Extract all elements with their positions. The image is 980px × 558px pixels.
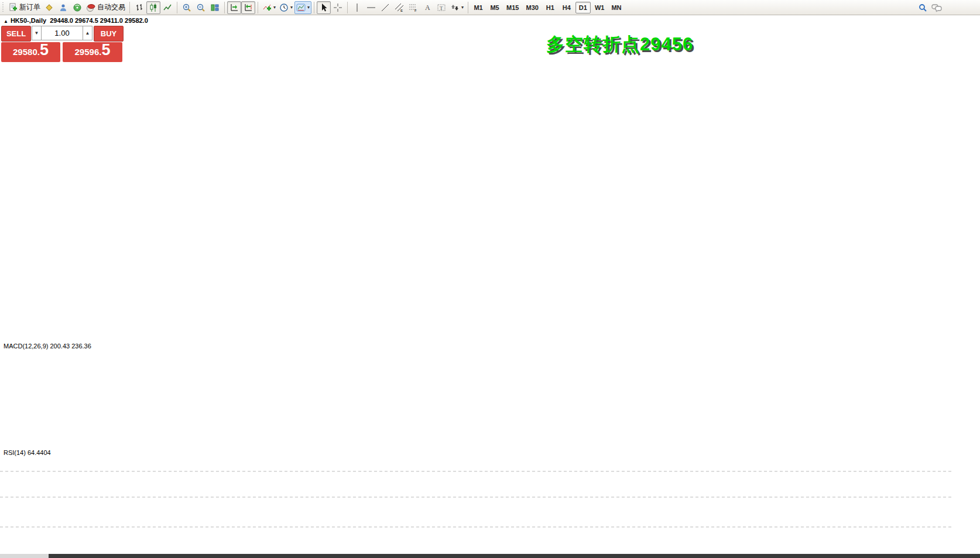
fibonacci-icon: F: [409, 3, 418, 12]
timeframe-button-M30[interactable]: M30: [523, 2, 541, 13]
window-bottom-edge: [0, 554, 980, 558]
zoom-in-button[interactable]: [180, 1, 194, 14]
chevron-down-icon: ▾: [273, 5, 276, 10]
ohlc-values: 29448.0 29674.5 29411.0 29582.0: [50, 17, 148, 24]
chevron-down-icon: ▾: [290, 5, 293, 10]
chevron-down-icon: ▾: [461, 5, 464, 10]
timeframe-button-MN[interactable]: MN: [608, 2, 624, 13]
rsi-panel: [0, 471, 953, 527]
bar-chart-mode-button[interactable]: [132, 1, 146, 14]
auto-trading-icon: [86, 3, 95, 12]
toolbar-separator: [177, 2, 177, 13]
sell-price-big-digit: 5: [40, 42, 49, 58]
channel-tool-button[interactable]: E: [392, 1, 406, 14]
svg-text:E: E: [400, 9, 403, 12]
toolbar: 新订单 自动交易: [0, 0, 980, 15]
volume-input[interactable]: 1.00: [41, 26, 83, 40]
one-click-trading-panel: SELL ▼ 1.00 ▲ BUY 29580.5 29596.5: [1, 26, 122, 62]
text-tool-button[interactable]: A: [420, 1, 434, 14]
sell-price-tile[interactable]: 29580.5: [1, 42, 60, 62]
svg-text:T: T: [440, 5, 443, 11]
ohlc-bars-icon: [135, 3, 144, 12]
text-label-icon: T: [437, 3, 446, 12]
crosshair-icon: [333, 3, 342, 12]
timeframe-button-M1[interactable]: M1: [471, 2, 486, 13]
line-chart-mode-button[interactable]: [160, 1, 174, 14]
trendline-tool-button[interactable]: [378, 1, 392, 14]
chevron-down-icon: ▾: [307, 5, 310, 10]
horizontal-line-tool-button[interactable]: [364, 1, 378, 14]
caret-up-icon: ▲: [85, 31, 90, 36]
collapse-panel-icon[interactable]: ▲: [4, 19, 8, 24]
arrows-tool-button[interactable]: ▾: [448, 1, 465, 14]
vertical-line-icon: [352, 3, 362, 12]
horizontal-line-icon: [366, 3, 376, 12]
tile-windows-icon: [210, 3, 220, 12]
new-order-button[interactable]: 新订单: [6, 1, 42, 14]
chart-template-icon: [296, 3, 306, 12]
signal-icon: [73, 3, 82, 12]
window-bottom-edge-light: [0, 554, 49, 558]
label-tool-button[interactable]: T: [434, 1, 448, 14]
toolbar-grip[interactable]: [2, 2, 5, 13]
chat-bubbles-icon: [931, 3, 942, 12]
chart-canvas: [0, 0, 980, 558]
periods-button[interactable]: ▾: [277, 1, 294, 14]
equidistant-channel-icon: E: [395, 3, 404, 12]
cursor-tool-button[interactable]: [317, 1, 331, 14]
toolbar-separator: [258, 2, 258, 13]
toolbar-separator: [129, 2, 130, 13]
zoom-out-icon: [196, 3, 205, 12]
buy-price-tile[interactable]: 29596.5: [63, 42, 122, 62]
cursor-arrow-icon: [319, 3, 328, 12]
trendline-icon: [381, 3, 390, 12]
chart-shift-button[interactable]: [241, 1, 255, 14]
svg-text:F: F: [414, 9, 417, 12]
candlestick-icon: [149, 3, 158, 12]
volume-decrease-button[interactable]: ▼: [32, 26, 42, 40]
signals-button[interactable]: [70, 1, 84, 14]
buy-price-big-digit: 5: [101, 42, 110, 58]
auto-trading-button[interactable]: 自动交易: [84, 1, 127, 14]
search-button[interactable]: [916, 1, 930, 14]
timeframe-button-D1[interactable]: D1: [575, 2, 591, 13]
fibonacci-tool-button[interactable]: F: [406, 1, 420, 14]
timeframe-button-H4[interactable]: H4: [559, 2, 574, 13]
zoom-in-icon: [182, 3, 191, 12]
symbol-period-label: HK50-,Daily: [11, 17, 46, 24]
community-chat-button[interactable]: [930, 1, 944, 14]
trading-terminal-window: ▲HK50-,Daily 29448.0 29674.5 29411.0 295…: [0, 0, 980, 558]
timeframe-group: M1M5M15M30H1H4D1W1MN: [471, 2, 624, 13]
timeframe-button-W1[interactable]: W1: [592, 2, 608, 13]
toolbar-separator: [347, 2, 348, 13]
sell-price: 29580.: [13, 47, 40, 57]
auto-scroll-button[interactable]: [227, 1, 241, 14]
clock-icon: [279, 3, 289, 12]
quotes-diamond-icon: [44, 3, 54, 12]
arrows-shapes-icon: [450, 3, 460, 12]
timeframe-button-M15[interactable]: M15: [503, 2, 522, 13]
navigator-button[interactable]: [56, 1, 70, 14]
templates-button[interactable]: ▾: [294, 1, 311, 14]
timeframe-button-M5[interactable]: M5: [487, 2, 502, 13]
tile-windows-button[interactable]: [208, 1, 222, 14]
search-icon: [918, 3, 927, 12]
volume-increase-button[interactable]: ▲: [83, 26, 92, 40]
indicators-button[interactable]: ▾: [261, 1, 277, 14]
zoom-out-button[interactable]: [194, 1, 208, 14]
buy-price: 29596.: [75, 47, 102, 57]
sell-button[interactable]: SELL: [1, 26, 31, 42]
chart-annotation-text[interactable]: 多空转折点29456: [546, 32, 693, 57]
candlestick-mode-button[interactable]: [146, 1, 160, 14]
toolbar-separator: [314, 2, 314, 13]
line-chart-icon: [163, 3, 172, 12]
profile-person-icon: [59, 3, 68, 12]
caret-down-icon: ▼: [35, 31, 39, 36]
vertical-line-tool-button[interactable]: [350, 1, 364, 14]
crosshair-tool-button[interactable]: [331, 1, 345, 14]
timeframe-button-H1[interactable]: H1: [543, 2, 558, 13]
svg-text:A: A: [425, 4, 430, 12]
quotes-button[interactable]: [42, 1, 56, 14]
chart-shift-icon: [244, 3, 253, 12]
buy-button[interactable]: BUY: [94, 26, 124, 42]
